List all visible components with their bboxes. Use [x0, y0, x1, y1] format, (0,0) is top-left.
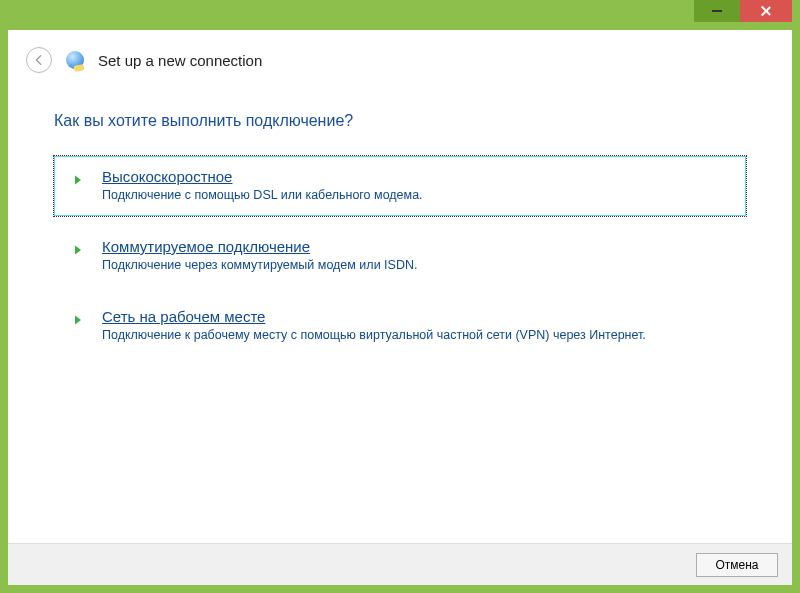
option-workplace[interactable]: Сеть на рабочем месте Подключение к рабо… [54, 296, 746, 356]
close-button[interactable] [740, 0, 792, 22]
back-button[interactable] [26, 47, 52, 73]
cancel-label: Отмена [715, 558, 758, 572]
option-title: Коммутируемое подключение [102, 238, 732, 255]
footer-bar: Отмена [8, 543, 792, 585]
caption-buttons [694, 0, 792, 22]
option-title: Высокоскоростное [102, 168, 732, 185]
cancel-button[interactable]: Отмена [696, 553, 778, 577]
option-description: Подключение с помощью DSL или кабельного… [102, 187, 732, 204]
wizard-window: Set up a new connection Как вы хотите вы… [0, 0, 800, 593]
option-title: Сеть на рабочем месте [102, 308, 732, 325]
option-description: Подключение через коммутируемый модем ил… [102, 257, 732, 274]
question-heading: Как вы хотите выполнить подключение? [54, 112, 746, 130]
arrow-right-icon [68, 310, 88, 330]
back-arrow-icon [32, 53, 46, 67]
option-dialup[interactable]: Коммутируемое подключение Подключение че… [54, 226, 746, 286]
window-title: Set up a new connection [98, 52, 262, 69]
option-texts: Сеть на рабочем месте Подключение к рабо… [102, 308, 732, 344]
option-texts: Коммутируемое подключение Подключение че… [102, 238, 732, 274]
header-bar: Set up a new connection [8, 30, 792, 90]
minimize-icon [712, 10, 722, 12]
globe-icon [66, 51, 84, 69]
option-texts: Высокоскоростное Подключение с помощью D… [102, 168, 732, 204]
option-broadband[interactable]: Высокоскоростное Подключение с помощью D… [54, 156, 746, 216]
content-area: Как вы хотите выполнить подключение? Выс… [8, 90, 792, 543]
arrow-right-icon [68, 240, 88, 260]
arrow-right-icon [68, 170, 88, 190]
option-description: Подключение к рабочему месту с помощью в… [102, 327, 732, 344]
minimize-button[interactable] [694, 0, 740, 22]
close-icon [761, 6, 771, 16]
